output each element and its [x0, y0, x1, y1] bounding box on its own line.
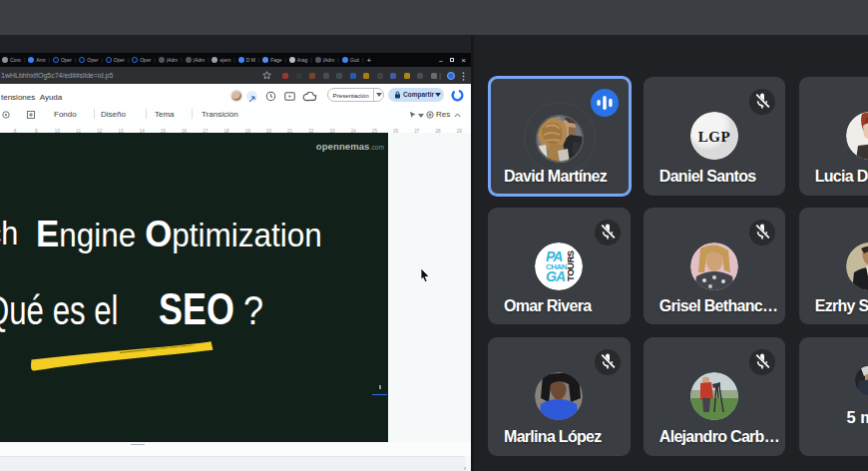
- svg-text:TOURS: TOURS: [565, 250, 576, 281]
- svg-text:GA: GA: [546, 268, 566, 284]
- svg-text:LGP: LGP: [698, 128, 730, 144]
